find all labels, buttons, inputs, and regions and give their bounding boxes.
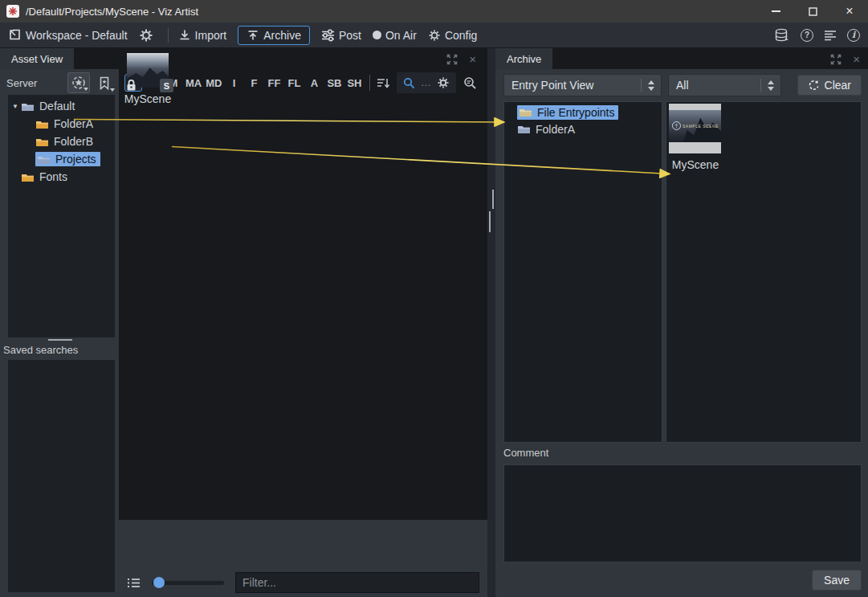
type-button-ff[interactable]: FF	[265, 74, 283, 92]
horizontal-splitter-handle[interactable]	[48, 339, 72, 341]
expand-panel-icon[interactable]	[446, 54, 458, 65]
archive-tree-item-foldera[interactable]: FolderA	[504, 121, 662, 137]
help-icon[interactable]: ?	[801, 29, 813, 42]
asset-name: MyScene	[124, 92, 172, 105]
info-icon[interactable]: i	[847, 29, 860, 42]
main-menu-bar: Workspace - Default Import Archiv	[0, 22, 868, 48]
saved-searches-list[interactable]	[8, 360, 115, 592]
folder-icon	[35, 119, 49, 129]
archive-tree-panel: File Entrypoints FolderA	[503, 101, 662, 443]
import-label: Import	[195, 29, 227, 42]
scope-select[interactable]: All	[668, 74, 781, 96]
expander-icon[interactable]: ▼	[10, 103, 21, 110]
tree-item-default[interactable]: ▼ Default	[8, 97, 115, 115]
asset-type-toolbar: S G M MA MD I F FF FL A SB SH ...	[119, 71, 487, 95]
save-button[interactable]: Save	[812, 570, 862, 591]
server-label: Server	[6, 77, 37, 89]
gear-icon	[428, 29, 441, 42]
tree-label: FolderA	[54, 117, 93, 130]
vertical-splitter[interactable]	[487, 48, 495, 597]
list-view-icon[interactable]	[127, 577, 141, 589]
gear-icon	[139, 28, 153, 43]
maximize-button[interactable]	[794, 0, 831, 22]
tree-label: Projects	[55, 153, 96, 166]
bookmark-button[interactable]	[93, 72, 116, 93]
archive-tree-item-entrypoints[interactable]: File Entrypoints	[504, 104, 662, 121]
workspace-menu[interactable]: Workspace - Default	[8, 28, 128, 42]
sample-scene-logo: †	[672, 121, 681, 130]
slider-knob[interactable]	[153, 577, 165, 588]
asset-browser-panel: × S G M MA MD I F FF FL A SB SH	[119, 48, 487, 597]
folder-icon	[21, 172, 35, 182]
workspace-label: Workspace - Default	[26, 29, 128, 42]
app-icon	[6, 5, 19, 18]
bookmark-icon	[99, 76, 110, 90]
tree-item-projects[interactable]: Projects	[8, 150, 115, 168]
smart-search-button[interactable]	[67, 72, 90, 93]
archive-menu[interactable]: Archive	[238, 26, 310, 45]
search-box[interactable]: ...	[397, 72, 456, 93]
asset-myscene[interactable]: S MyScene	[124, 53, 172, 105]
type-button-fl[interactable]: FL	[285, 74, 303, 92]
type-button-ma[interactable]: MA	[185, 74, 202, 92]
window-title: /Default/Projects/MyScene - Viz Artist	[26, 6, 198, 18]
close-panel-icon[interactable]: ×	[853, 52, 860, 66]
import-icon	[178, 29, 191, 42]
log-lines-icon[interactable]	[824, 30, 837, 41]
type-button-image[interactable]: I	[225, 74, 242, 92]
post-label: Post	[339, 29, 361, 42]
expand-panel-icon[interactable]	[830, 54, 842, 65]
type-button-sb[interactable]: SB	[325, 74, 343, 92]
asset-thumbnail: S	[127, 53, 169, 88]
type-button-font[interactable]: F	[245, 74, 263, 92]
folder-icon	[35, 137, 49, 147]
tree-label: Fonts	[39, 170, 67, 183]
config-label: Config	[445, 29, 477, 42]
archive-asset-myscene[interactable]: † SAMPLE SCENE MyScene	[669, 104, 722, 171]
view-mode-select[interactable]: Entry Point View	[503, 74, 662, 96]
tree-label: Default	[39, 100, 75, 112]
tree-item-folderb[interactable]: FolderB	[8, 133, 115, 150]
tab-asset-view[interactable]: Asset View	[0, 48, 74, 69]
tree-label: FolderB	[54, 135, 93, 148]
thumbnail-size-slider[interactable]	[152, 581, 224, 585]
filter-input[interactable]	[235, 572, 479, 593]
server-row: Server	[0, 71, 119, 95]
clear-button[interactable]: Clear	[797, 75, 862, 96]
tree-item-fonts[interactable]: Fonts	[8, 168, 115, 186]
type-button-audio[interactable]: A	[305, 74, 323, 92]
close-panel-icon[interactable]: ×	[469, 52, 476, 66]
sort-order-icon[interactable]	[377, 77, 390, 89]
database-icon[interactable]	[774, 28, 790, 42]
thumbnail-caption: SAMPLE SCENE	[683, 124, 719, 129]
tab-archive[interactable]: Archive	[495, 48, 552, 69]
close-button[interactable]: ×	[831, 0, 868, 22]
scene-type-badge: S	[160, 79, 173, 92]
archive-asset-name: MyScene	[669, 158, 722, 171]
browser-tabstrip	[119, 48, 487, 69]
search-settings-gear-icon[interactable]	[437, 76, 450, 89]
title-bar: /Default/Projects/MyScene - Viz Artist ×	[0, 0, 868, 22]
folder-icon	[21, 101, 35, 112]
workspace-settings-button[interactable]	[139, 28, 153, 43]
saved-searches-label: Saved searches	[3, 344, 78, 356]
on-air-menu[interactable]: On Air	[373, 29, 417, 42]
post-menu[interactable]: Post	[321, 29, 361, 42]
archive-label: Archive	[263, 29, 301, 42]
refresh-icon	[808, 80, 820, 92]
selected-tree-item: File Entrypoints	[517, 105, 618, 120]
type-button-sh[interactable]: SH	[345, 74, 363, 92]
comment-textarea[interactable]	[503, 464, 862, 562]
type-button-md[interactable]: MD	[205, 74, 222, 92]
tree-item-foldera[interactable]: FolderA	[8, 115, 115, 133]
minimize-button[interactable]	[757, 0, 794, 22]
tree-label: FolderA	[536, 123, 575, 136]
folder-icon	[519, 107, 532, 117]
asset-view-panel: Asset View Server	[0, 48, 119, 597]
config-menu[interactable]: Config	[428, 29, 477, 42]
search-results-icon[interactable]	[463, 76, 478, 89]
on-air-icon	[373, 31, 381, 39]
asset-grid: S MyScene	[119, 48, 487, 520]
clear-label: Clear	[825, 79, 851, 92]
import-menu[interactable]: Import	[178, 29, 227, 42]
